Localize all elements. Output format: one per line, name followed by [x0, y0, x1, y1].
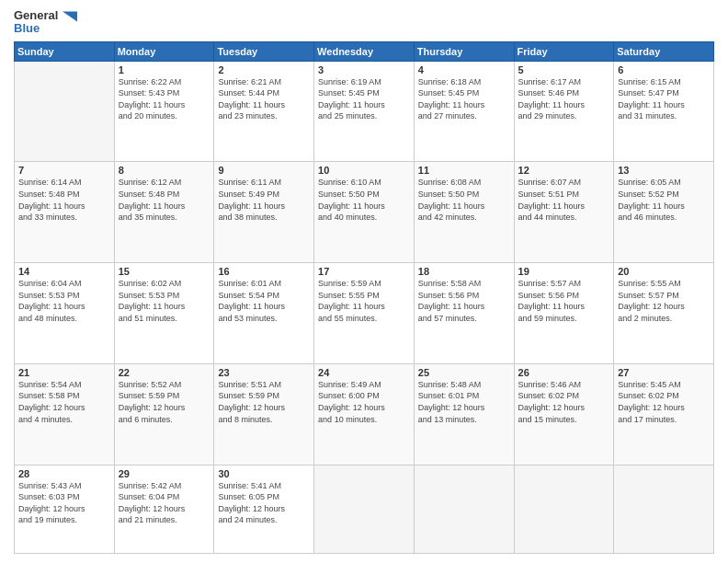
day-info: Sunrise: 5:43 AM Sunset: 6:03 PM Dayligh…: [18, 480, 110, 526]
day-info: Sunrise: 6:14 AM Sunset: 5:48 PM Dayligh…: [18, 177, 110, 223]
calendar-cell: 7Sunrise: 6:14 AM Sunset: 5:48 PM Daylig…: [15, 162, 115, 263]
calendar-week-3: 14Sunrise: 6:04 AM Sunset: 5:53 PM Dayli…: [15, 263, 714, 364]
day-info: Sunrise: 6:08 AM Sunset: 5:50 PM Dayligh…: [418, 177, 510, 223]
calendar-cell: 3Sunrise: 6:19 AM Sunset: 5:45 PM Daylig…: [314, 61, 415, 162]
calendar-cell: [514, 465, 614, 553]
calendar-cell: [614, 465, 714, 553]
day-info: Sunrise: 5:58 AM Sunset: 5:56 PM Dayligh…: [418, 278, 510, 324]
day-info: Sunrise: 6:19 AM Sunset: 5:45 PM Dayligh…: [318, 76, 410, 122]
day-info: Sunrise: 6:07 AM Sunset: 5:51 PM Dayligh…: [518, 177, 610, 223]
day-number: 29: [119, 468, 210, 479]
calendar-header-wednesday: Wednesday: [314, 41, 415, 61]
day-info: Sunrise: 6:22 AM Sunset: 5:43 PM Dayligh…: [119, 76, 210, 122]
calendar-header-saturday: Saturday: [614, 41, 714, 61]
calendar-cell: 19Sunrise: 5:57 AM Sunset: 5:56 PM Dayli…: [514, 263, 614, 364]
svg-marker-0: [63, 11, 77, 21]
calendar-header-friday: Friday: [514, 41, 614, 61]
day-info: Sunrise: 5:57 AM Sunset: 5:56 PM Dayligh…: [518, 278, 610, 324]
day-info: Sunrise: 5:46 AM Sunset: 6:02 PM Dayligh…: [518, 379, 610, 425]
day-info: Sunrise: 6:21 AM Sunset: 5:44 PM Dayligh…: [218, 76, 310, 122]
day-number: 6: [618, 64, 710, 75]
calendar-header-row: SundayMondayTuesdayWednesdayThursdayFrid…: [15, 41, 714, 61]
calendar-cell: 9Sunrise: 6:11 AM Sunset: 5:49 PM Daylig…: [214, 162, 314, 263]
day-number: 27: [618, 367, 710, 378]
calendar-header-thursday: Thursday: [414, 41, 514, 61]
day-info: Sunrise: 5:49 AM Sunset: 6:00 PM Dayligh…: [318, 379, 410, 425]
day-number: 18: [418, 266, 510, 277]
calendar-cell: 20Sunrise: 5:55 AM Sunset: 5:57 PM Dayli…: [614, 263, 714, 364]
day-number: 30: [218, 468, 310, 479]
calendar-cell: 8Sunrise: 6:12 AM Sunset: 5:48 PM Daylig…: [114, 162, 214, 263]
calendar-cell: 28Sunrise: 5:43 AM Sunset: 6:03 PM Dayli…: [15, 465, 115, 553]
day-number: 16: [218, 266, 310, 277]
header: General Blue: [14, 9, 714, 36]
logo-general: General: [14, 9, 77, 22]
calendar-cell: 4Sunrise: 6:18 AM Sunset: 5:45 PM Daylig…: [414, 61, 514, 162]
day-number: 5: [518, 64, 610, 75]
day-info: Sunrise: 6:11 AM Sunset: 5:49 PM Dayligh…: [218, 177, 310, 223]
day-info: Sunrise: 6:10 AM Sunset: 5:50 PM Dayligh…: [318, 177, 410, 223]
calendar-cell: 6Sunrise: 6:15 AM Sunset: 5:47 PM Daylig…: [614, 61, 714, 162]
calendar-header-sunday: Sunday: [15, 41, 115, 61]
day-info: Sunrise: 5:55 AM Sunset: 5:57 PM Dayligh…: [618, 278, 710, 324]
calendar-cell: 15Sunrise: 6:02 AM Sunset: 5:53 PM Dayli…: [114, 263, 214, 364]
calendar-cell: 5Sunrise: 6:17 AM Sunset: 5:46 PM Daylig…: [514, 61, 614, 162]
day-number: 3: [318, 64, 410, 75]
day-info: Sunrise: 5:51 AM Sunset: 5:59 PM Dayligh…: [218, 379, 310, 425]
calendar-cell: 18Sunrise: 5:58 AM Sunset: 5:56 PM Dayli…: [414, 263, 514, 364]
day-info: Sunrise: 6:17 AM Sunset: 5:46 PM Dayligh…: [518, 76, 610, 122]
calendar-header-monday: Monday: [114, 41, 214, 61]
calendar-cell: [15, 61, 115, 162]
day-number: 2: [218, 64, 310, 75]
day-number: 13: [618, 165, 710, 176]
day-number: 20: [618, 266, 710, 277]
calendar-week-4: 21Sunrise: 5:54 AM Sunset: 5:58 PM Dayli…: [15, 363, 714, 465]
day-number: 9: [218, 165, 310, 176]
day-info: Sunrise: 6:04 AM Sunset: 5:53 PM Dayligh…: [18, 278, 110, 324]
day-number: 24: [318, 367, 410, 378]
calendar-cell: [314, 465, 415, 553]
calendar-table: SundayMondayTuesdayWednesdayThursdayFrid…: [14, 41, 714, 554]
calendar-cell: 11Sunrise: 6:08 AM Sunset: 5:50 PM Dayli…: [414, 162, 514, 263]
day-info: Sunrise: 6:05 AM Sunset: 5:52 PM Dayligh…: [618, 177, 710, 223]
calendar-cell: 16Sunrise: 6:01 AM Sunset: 5:54 PM Dayli…: [214, 263, 314, 364]
calendar-week-2: 7Sunrise: 6:14 AM Sunset: 5:48 PM Daylig…: [15, 162, 714, 263]
day-info: Sunrise: 5:42 AM Sunset: 6:04 PM Dayligh…: [119, 480, 210, 526]
calendar-cell: 2Sunrise: 6:21 AM Sunset: 5:44 PM Daylig…: [214, 61, 314, 162]
day-number: 28: [18, 468, 110, 479]
day-info: Sunrise: 5:54 AM Sunset: 5:58 PM Dayligh…: [18, 379, 110, 425]
calendar-cell: 26Sunrise: 5:46 AM Sunset: 6:02 PM Dayli…: [514, 363, 614, 465]
logo-arrow-icon: [63, 11, 77, 22]
day-number: 22: [119, 367, 210, 378]
day-info: Sunrise: 5:59 AM Sunset: 5:55 PM Dayligh…: [318, 278, 410, 324]
day-info: Sunrise: 6:18 AM Sunset: 5:45 PM Dayligh…: [418, 76, 510, 122]
day-info: Sunrise: 6:12 AM Sunset: 5:48 PM Dayligh…: [119, 177, 210, 223]
calendar-cell: 24Sunrise: 5:49 AM Sunset: 6:00 PM Dayli…: [314, 363, 415, 465]
day-number: 15: [119, 266, 210, 277]
day-number: 21: [18, 367, 110, 378]
logo-blue: Blue: [14, 22, 77, 35]
day-number: 25: [418, 367, 510, 378]
calendar-cell: 13Sunrise: 6:05 AM Sunset: 5:52 PM Dayli…: [614, 162, 714, 263]
day-number: 8: [119, 165, 210, 176]
calendar-cell: 10Sunrise: 6:10 AM Sunset: 5:50 PM Dayli…: [314, 162, 415, 263]
day-info: Sunrise: 5:48 AM Sunset: 6:01 PM Dayligh…: [418, 379, 510, 425]
calendar-cell: 23Sunrise: 5:51 AM Sunset: 5:59 PM Dayli…: [214, 363, 314, 465]
calendar-week-5: 28Sunrise: 5:43 AM Sunset: 6:03 PM Dayli…: [15, 465, 714, 553]
day-number: 14: [18, 266, 110, 277]
day-number: 12: [518, 165, 610, 176]
calendar-cell: 22Sunrise: 5:52 AM Sunset: 5:59 PM Dayli…: [114, 363, 214, 465]
day-info: Sunrise: 5:45 AM Sunset: 6:02 PM Dayligh…: [618, 379, 710, 425]
day-info: Sunrise: 6:01 AM Sunset: 5:54 PM Dayligh…: [218, 278, 310, 324]
calendar-cell: 21Sunrise: 5:54 AM Sunset: 5:58 PM Dayli…: [15, 363, 115, 465]
day-number: 1: [119, 64, 210, 75]
calendar-cell: 27Sunrise: 5:45 AM Sunset: 6:02 PM Dayli…: [614, 363, 714, 465]
day-info: Sunrise: 6:02 AM Sunset: 5:53 PM Dayligh…: [119, 278, 210, 324]
calendar-cell: 14Sunrise: 6:04 AM Sunset: 5:53 PM Dayli…: [15, 263, 115, 364]
page: General Blue SundayMondayTuesdayWednesda…: [0, 0, 728, 563]
day-info: Sunrise: 5:41 AM Sunset: 6:05 PM Dayligh…: [218, 480, 310, 526]
calendar-cell: [414, 465, 514, 553]
calendar-cell: 25Sunrise: 5:48 AM Sunset: 6:01 PM Dayli…: [414, 363, 514, 465]
calendar-cell: 17Sunrise: 5:59 AM Sunset: 5:55 PM Dayli…: [314, 263, 415, 364]
day-number: 11: [418, 165, 510, 176]
